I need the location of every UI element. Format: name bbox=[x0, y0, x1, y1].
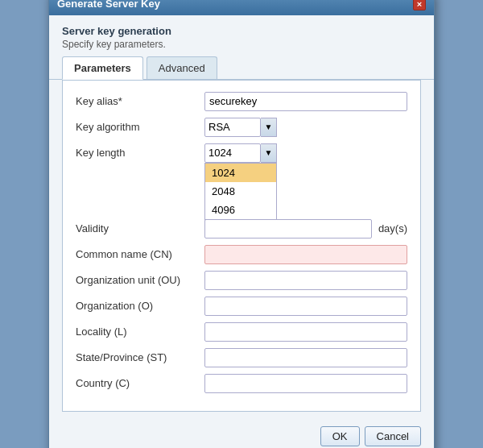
key-algorithm-row: Key algorithm RSA ▼ bbox=[76, 118, 407, 137]
org-unit-input[interactable] bbox=[204, 271, 407, 290]
key-algorithm-select-wrapper: RSA ▼ bbox=[204, 118, 407, 137]
dropdown-item-1024[interactable]: 1024 bbox=[205, 164, 276, 182]
key-length-dropdown-arrow[interactable]: ▼ bbox=[261, 143, 277, 163]
state-input[interactable] bbox=[204, 348, 407, 367]
org-row: Organization (O) bbox=[76, 297, 407, 316]
key-length-control: 1024 ▼ 1024 2048 4096 bbox=[204, 143, 407, 163]
dialog-header: Server key generation Specify key parame… bbox=[49, 15, 434, 56]
key-length-dropdown: 1024 2048 4096 bbox=[204, 163, 277, 220]
key-alias-row: Key alias* bbox=[76, 92, 407, 111]
tab-parameters[interactable]: Parameters bbox=[62, 56, 143, 80]
key-alias-input[interactable] bbox=[204, 92, 407, 111]
validity-input-group: day(s) bbox=[204, 219, 407, 239]
org-control bbox=[204, 297, 407, 316]
key-length-select-display[interactable]: 1024 bbox=[204, 143, 261, 163]
locality-label: Locality (L) bbox=[76, 326, 204, 338]
cancel-button[interactable]: Cancel bbox=[365, 426, 421, 446]
key-length-row: Key length 1024 ▼ 1024 2048 4096 bbox=[76, 143, 407, 163]
validity-control: day(s) bbox=[204, 219, 407, 239]
common-name-control bbox=[204, 245, 407, 264]
validity-unit: day(s) bbox=[378, 222, 407, 234]
dialog-titlebar: Generate Server Key × bbox=[49, 0, 434, 15]
org-label: Organization (O) bbox=[76, 300, 204, 312]
country-label: Country (C) bbox=[76, 377, 204, 389]
state-row: State/Province (ST) bbox=[76, 348, 407, 367]
key-alias-label: Key alias* bbox=[76, 95, 204, 107]
common-name-label: Common name (CN) bbox=[76, 248, 204, 260]
generate-server-key-dialog: Generate Server Key × Server key generat… bbox=[48, 0, 435, 448]
validity-input[interactable] bbox=[204, 219, 372, 239]
key-algorithm-select-display[interactable]: RSA bbox=[204, 118, 261, 137]
key-algorithm-label: Key algorithm bbox=[76, 121, 204, 133]
org-unit-row: Organization unit (OU) bbox=[76, 271, 407, 290]
common-name-row: Common name (CN) bbox=[76, 245, 407, 264]
tab-bar: Parameters Advanced bbox=[49, 56, 434, 80]
locality-control bbox=[204, 322, 407, 342]
common-name-input[interactable] bbox=[204, 245, 407, 264]
validity-row: Validity day(s) bbox=[76, 219, 407, 239]
org-input[interactable] bbox=[204, 297, 407, 316]
org-unit-control bbox=[204, 271, 407, 290]
key-length-label: Key length bbox=[76, 147, 204, 159]
tab-advanced[interactable]: Advanced bbox=[147, 56, 217, 79]
key-length-select-wrapper: 1024 ▼ 1024 2048 4096 bbox=[204, 143, 407, 163]
dropdown-item-2048[interactable]: 2048 bbox=[205, 182, 276, 201]
country-row: Country (C) bbox=[76, 374, 407, 393]
dialog-footer: OK Cancel bbox=[49, 421, 434, 449]
ok-button[interactable]: OK bbox=[320, 426, 360, 446]
key-algorithm-dropdown-arrow[interactable]: ▼ bbox=[261, 118, 277, 137]
key-alias-control bbox=[204, 92, 407, 111]
state-label: State/Province (ST) bbox=[76, 351, 204, 363]
dropdown-item-4096[interactable]: 4096 bbox=[205, 201, 276, 219]
tab-content-parameters: Key alias* Key algorithm RSA ▼ Key lengt… bbox=[62, 80, 421, 412]
section-title: Server key generation bbox=[62, 25, 421, 37]
close-button[interactable]: × bbox=[413, 0, 426, 10]
org-unit-label: Organization unit (OU) bbox=[76, 274, 204, 286]
section-subtitle: Specify key parameters. bbox=[62, 39, 421, 50]
state-control bbox=[204, 348, 407, 367]
key-algorithm-control: RSA ▼ bbox=[204, 118, 407, 137]
locality-row: Locality (L) bbox=[76, 322, 407, 342]
country-control bbox=[204, 374, 407, 393]
locality-input[interactable] bbox=[204, 322, 407, 342]
dialog-title: Generate Server Key bbox=[57, 0, 160, 10]
validity-label: Validity bbox=[76, 222, 204, 234]
country-input[interactable] bbox=[204, 374, 407, 393]
